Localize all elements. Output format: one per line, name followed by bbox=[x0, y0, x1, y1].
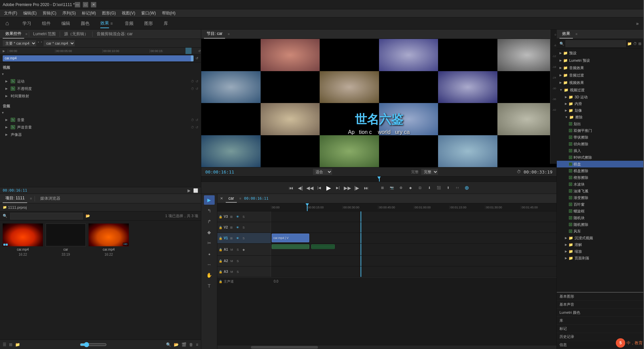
channelvol-expand[interactable]: ▶ bbox=[5, 126, 9, 129]
effect-radial-wipe[interactable]: ✓ 径向擦除 bbox=[557, 141, 644, 147]
footer-new-item-icon[interactable]: 🎬 bbox=[181, 342, 186, 347]
audio-section-arrow[interactable]: ▼ bbox=[1, 111, 4, 114]
thumbnail-size-slider[interactable] bbox=[80, 342, 107, 347]
footer-folder-icon[interactable]: 📂 bbox=[174, 342, 179, 347]
tl-clip-a1-part[interactable] bbox=[311, 244, 335, 249]
btn-play[interactable]: ▶ bbox=[325, 184, 333, 192]
track-v3-area[interactable] bbox=[271, 211, 556, 222]
track-a1-lock[interactable]: 🔒 bbox=[219, 248, 222, 251]
ruler-reset-icon[interactable]: ↺ bbox=[198, 49, 201, 53]
fit-dropdown[interactable]: 适合 25% 50% 75% 100% bbox=[313, 169, 332, 175]
effect-pinwheel[interactable]: ✓ 风车 bbox=[557, 228, 644, 235]
effects-grid-icon[interactable]: ⊞ bbox=[638, 42, 641, 46]
tl-clip-v1[interactable]: car.mp4 | V bbox=[272, 234, 309, 242]
tool-stretch[interactable]: ↔ bbox=[204, 260, 215, 269]
track-v2-solo[interactable]: S bbox=[241, 225, 246, 230]
track-v1-visibility[interactable]: 👁 bbox=[235, 236, 240, 241]
effect-3dmotion[interactable]: ▶ 📁 3D 运动 bbox=[557, 94, 644, 100]
track-a1-mute[interactable]: M bbox=[229, 247, 234, 252]
track-v3-toggle[interactable]: ⊞ bbox=[229, 214, 234, 219]
clip-bar[interactable]: car.mp4 bbox=[3, 55, 193, 61]
tab-effect-controls[interactable]: 效果控件 bbox=[3, 30, 24, 39]
menu-clip[interactable]: 剪辑(C) bbox=[40, 10, 59, 17]
track-a3-lock[interactable]: 🔒 bbox=[219, 270, 222, 273]
opacity-stopwatch[interactable]: ⏱ bbox=[191, 87, 194, 91]
motion-expand[interactable]: ▶ bbox=[5, 80, 9, 83]
tool-text[interactable]: T bbox=[204, 281, 215, 291]
project-folder-icon[interactable]: 📂 bbox=[86, 214, 90, 218]
nav-tab-audio[interactable]: 音频 bbox=[125, 19, 133, 28]
effects-bottom-basic-sound[interactable]: 基本声音 bbox=[557, 301, 644, 309]
effects-clock-icon[interactable]: ⏱ bbox=[633, 42, 637, 46]
track-a1-solo[interactable]: S bbox=[235, 247, 240, 252]
effect-random-blocks[interactable]: ✓ 随机块 bbox=[557, 214, 644, 221]
track-v1-lock[interactable]: 🔒 bbox=[219, 237, 222, 240]
volume-expand[interactable]: ▶ bbox=[5, 118, 9, 121]
ruler-play-icon[interactable]: ▶ bbox=[3, 49, 5, 53]
track-v1-area[interactable]: car.mp4 | V bbox=[271, 233, 556, 243]
menu-edit[interactable]: 编辑(E) bbox=[20, 10, 39, 17]
track-a3-solo[interactable]: S bbox=[235, 269, 240, 274]
menu-marker[interactable]: 标记(M) bbox=[79, 10, 99, 17]
track-a3-mute[interactable]: M bbox=[229, 269, 234, 274]
timeline-menu-icon[interactable]: ≡ bbox=[239, 197, 241, 200]
effect-page-peel[interactable]: ▶ 📁 页面剥落 bbox=[557, 255, 644, 261]
effect-erase-cat[interactable]: ▼ 📁 擦除 bbox=[557, 114, 644, 120]
footer-delete-icon[interactable]: 🗑 bbox=[189, 342, 193, 347]
btn-safe-margins[interactable]: ⊞ bbox=[378, 184, 386, 192]
volume-reset[interactable]: ↺ bbox=[196, 118, 198, 122]
channelvol-stopwatch[interactable]: ⏱ bbox=[191, 126, 194, 129]
track-v2-area[interactable] bbox=[271, 222, 556, 233]
maximize-button[interactable]: □ bbox=[83, 2, 88, 7]
effects-bottom-marker[interactable]: 标记 bbox=[557, 325, 644, 333]
clip-reset-icon[interactable]: ↺ bbox=[196, 56, 198, 60]
effect-cat-video-fx[interactable]: ▶ 📁 视频效果 bbox=[557, 79, 644, 86]
motion-reset[interactable]: ↺ bbox=[196, 80, 198, 83]
effect-random-wipe[interactable]: ✓ 随机擦除 bbox=[557, 221, 644, 228]
btn-step-back[interactable]: ◀| bbox=[297, 184, 305, 192]
quality-dropdown[interactable]: 完整 1/2 1/4 bbox=[421, 169, 438, 175]
track-v3-solo[interactable]: S bbox=[241, 214, 246, 219]
effect-cat-audio-fx[interactable]: ▶ 📁 音频效果 bbox=[557, 64, 644, 71]
tab-program[interactable]: 节目: car bbox=[204, 30, 225, 39]
project-search-input[interactable] bbox=[10, 213, 83, 219]
nav-tab-effects[interactable]: 效果 bbox=[100, 19, 109, 28]
effect-cat-lumetri[interactable]: ▶ 📁 Lumetri 预设 bbox=[557, 57, 644, 64]
tool-razor[interactable]: ✂ bbox=[204, 238, 215, 248]
tool-slip[interactable]: ⬥ bbox=[204, 249, 215, 258]
tool-selection[interactable]: ▶ bbox=[204, 195, 215, 205]
effect-paint-splash[interactable]: ✓ 油漆飞溅 bbox=[557, 188, 644, 194]
motion-stopwatch[interactable]: ⏱ bbox=[191, 80, 194, 83]
btn-clip-overlays[interactable]: ⊡ bbox=[416, 184, 424, 192]
nav-tab-library[interactable]: 库 bbox=[164, 19, 168, 28]
track-a2-area[interactable] bbox=[271, 256, 556, 266]
track-v3-visibility[interactable]: 👁 bbox=[235, 214, 240, 219]
nav-tab-graphics[interactable]: 图形 bbox=[144, 19, 153, 28]
btn-shuttle-fwd[interactable]: ▶▶ bbox=[343, 184, 352, 192]
track-v2-visibility[interactable]: 👁 bbox=[235, 225, 240, 230]
video-section-arrow[interactable]: ▼ bbox=[1, 72, 4, 76]
effects-new-bin-icon[interactable]: 📁 bbox=[627, 42, 632, 46]
effect-dissolve[interactable]: ▶ 📁 溶解 bbox=[557, 241, 644, 248]
tab-effects[interactable]: 效果 bbox=[559, 30, 573, 39]
track-v3-lock[interactable]: 🔒 bbox=[219, 215, 222, 218]
track-v1-toggle[interactable]: ⊞ bbox=[229, 236, 234, 241]
nav-tab-learn[interactable]: 学习 bbox=[22, 19, 31, 28]
track-v2-lock[interactable]: 🔒 bbox=[219, 226, 222, 229]
opacity-reset[interactable]: ↺ bbox=[196, 87, 198, 91]
nav-more-button[interactable]: » bbox=[636, 21, 639, 26]
volume-stopwatch[interactable]: ⏱ bbox=[191, 118, 194, 122]
track-v2-toggle[interactable]: ⊞ bbox=[229, 225, 234, 230]
clip-main-dropdown[interactable]: 主要 * car.mp4 bbox=[3, 40, 36, 46]
tool-marker[interactable]: ◆ bbox=[204, 228, 215, 237]
effect-wipe-out[interactable]: ✓ 划出 bbox=[557, 120, 644, 127]
tl-clip-a1-main[interactable] bbox=[272, 244, 309, 249]
tool-hand[interactable]: ✋ bbox=[204, 270, 215, 280]
channelvol-reset[interactable]: ↺ bbox=[196, 126, 198, 129]
effects-bottom-basic-graphics[interactable]: 基本图形 bbox=[557, 293, 644, 301]
btn-go-start[interactable]: ⏮ bbox=[287, 184, 295, 192]
track-a2-solo[interactable]: S bbox=[235, 259, 240, 263]
panner-expand[interactable]: ▶ bbox=[5, 133, 9, 136]
tab-audio-mixer[interactable]: 音频剪辑混合器: car bbox=[94, 30, 135, 38]
effect-immersive[interactable]: ▶ 📁 沉浸式视频 bbox=[557, 235, 644, 241]
